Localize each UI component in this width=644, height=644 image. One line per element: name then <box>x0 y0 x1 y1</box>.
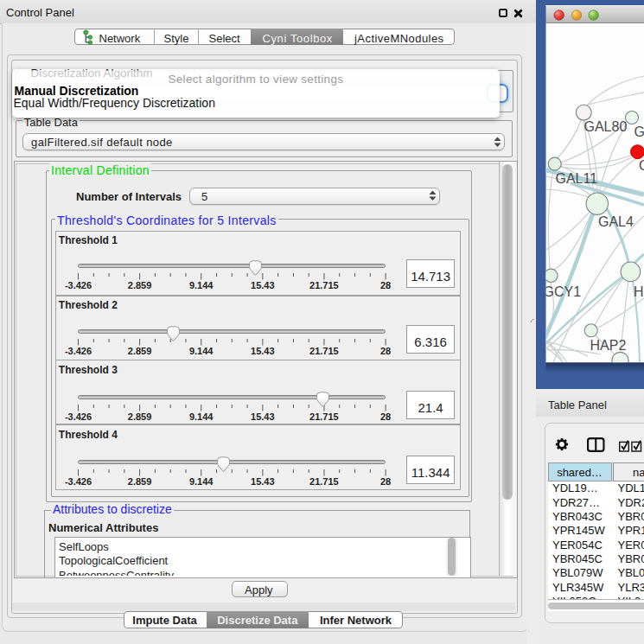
svg-text:HAP2: HAP2 <box>590 338 627 353</box>
svg-text:GAL11: GAL11 <box>556 171 598 186</box>
svg-text:GA: GA <box>634 124 644 139</box>
svg-text:GAL80: GAL80 <box>584 119 628 134</box>
svg-text:H: H <box>634 284 644 299</box>
svg-text:GAL4: GAL4 <box>598 214 634 229</box>
svg-text:GCY1: GCY1 <box>544 284 582 299</box>
svg-text:C: C <box>639 158 644 173</box>
